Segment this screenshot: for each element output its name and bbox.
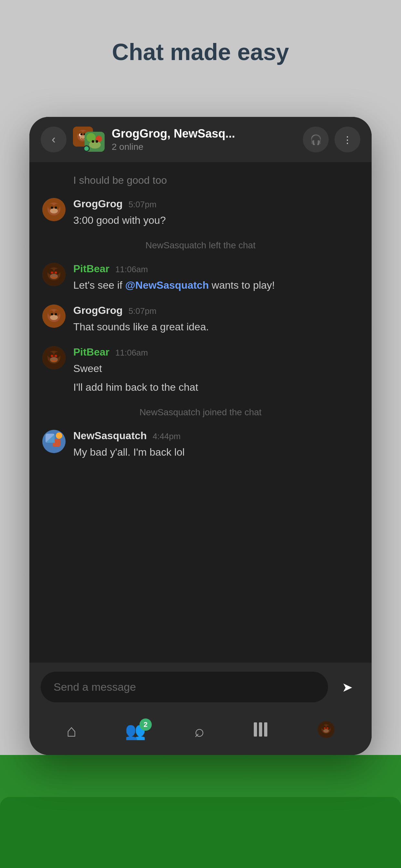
avatar-pitbear <box>42 346 66 369</box>
svg-point-56 <box>324 727 326 729</box>
background-grass <box>0 797 401 868</box>
message-text: 3:00 good with you? <box>73 213 359 228</box>
message-text-2: I'll add him back to the chat <box>73 379 359 395</box>
phone-frame: ‹ <box>29 117 372 755</box>
svg-rect-50 <box>264 722 267 737</box>
library-icon <box>252 721 269 740</box>
bottom-nav: ⌂ 2 👥 ⌕ <box>29 711 372 755</box>
message-time: 5:07pm <box>128 306 157 316</box>
avatar-groggrog <box>42 198 66 221</box>
message-text: Let's see if @NewSasquatch wants to play… <box>73 277 359 293</box>
svg-point-7 <box>81 133 82 135</box>
headset-button[interactable]: 🎧 <box>303 127 329 152</box>
avatar-newsasquatch <box>42 430 66 453</box>
group-avatar <box>73 127 105 152</box>
chat-status: 2 online <box>112 142 297 152</box>
back-button[interactable]: ‹ <box>41 127 66 152</box>
svg-point-53 <box>321 725 326 730</box>
message-header: PitBear 11:06am <box>73 346 359 358</box>
nav-library[interactable] <box>252 721 269 740</box>
back-icon: ‹ <box>52 133 56 146</box>
svg-point-47 <box>56 432 62 439</box>
sender-name: NewSasquatch <box>73 430 147 442</box>
svg-point-54 <box>327 725 331 730</box>
message-row: GrogGrog 5:07pm 3:00 good with you? <box>29 192 372 234</box>
profile-icon <box>318 721 335 740</box>
system-text-2: NewSasquatch joined the chat <box>140 407 261 417</box>
sender-name: GrogGrog <box>73 305 123 316</box>
svg-point-14 <box>96 140 98 143</box>
system-text: NewSasquatch left the chat <box>146 240 256 250</box>
svg-point-19 <box>50 208 58 213</box>
message-header: GrogGrog 5:07pm <box>73 305 359 316</box>
message-input-container[interactable]: Send a message <box>41 672 328 702</box>
send-icon: ➤ <box>342 680 353 694</box>
svg-rect-49 <box>259 722 262 737</box>
svg-point-38 <box>48 352 54 358</box>
svg-point-42 <box>55 355 57 357</box>
mention: @NewSasquatch <box>125 279 209 291</box>
send-button[interactable]: ➤ <box>335 674 360 700</box>
nav-profile[interactable] <box>318 721 335 740</box>
svg-rect-48 <box>254 722 257 737</box>
svg-point-28 <box>55 272 57 274</box>
system-message: NewSasquatch left the chat <box>29 234 372 257</box>
partial-message: I should be good too <box>29 168 372 192</box>
message-time: 4:44pm <box>153 431 181 441</box>
message-time: 11:06am <box>115 348 148 358</box>
system-message-2: NewSasquatch joined the chat <box>29 401 372 424</box>
sender-name: PitBear <box>73 263 110 275</box>
message-row: PitBear 11:06am Let's see if @NewSasquat… <box>29 257 372 299</box>
svg-point-55 <box>323 729 329 733</box>
nav-search[interactable]: ⌕ <box>194 722 204 739</box>
more-icon: ⋮ <box>343 134 352 145</box>
chat-name: GrogGrog, NewSasq... <box>112 127 297 141</box>
svg-point-33 <box>50 315 58 320</box>
chat-header: ‹ <box>29 117 372 162</box>
online-indicator <box>83 145 90 152</box>
svg-point-12 <box>89 141 101 149</box>
svg-point-21 <box>55 207 57 209</box>
message-header: GrogGrog 5:07pm <box>73 198 359 210</box>
home-icon: ⌂ <box>66 722 76 739</box>
page-title: Chat made easy <box>112 39 289 65</box>
message-content: PitBear 11:06am Sweet I'll add him back … <box>73 346 359 395</box>
svg-point-27 <box>51 272 53 274</box>
message-placeholder: Send a message <box>54 681 136 693</box>
message-text: That sounds like a great idea. <box>73 319 359 335</box>
svg-point-20 <box>51 207 53 209</box>
messages-area: I should be good too GrogGrog 5:07pm <box>29 162 372 662</box>
chat-info: GrogGrog, NewSasq... 2 online <box>112 127 297 152</box>
more-button[interactable]: ⋮ <box>335 127 360 152</box>
message-time: 5:07pm <box>128 199 157 210</box>
header-actions: 🎧 ⋮ <box>303 127 360 152</box>
svg-point-57 <box>327 727 328 729</box>
friends-badge: 2 <box>140 718 152 731</box>
sender-name: GrogGrog <box>73 198 123 210</box>
message-header: NewSasquatch 4:44pm <box>73 430 359 442</box>
message-header: PitBear 11:06am <box>73 263 359 275</box>
svg-point-34 <box>51 313 53 315</box>
message-content: GrogGrog 5:07pm That sounds like a great… <box>73 305 359 335</box>
message-time: 11:06am <box>115 265 148 275</box>
message-content: GrogGrog 5:07pm 3:00 good with you? <box>73 198 359 228</box>
message-row: NewSasquatch 4:44pm My bad y'all. I'm ba… <box>29 424 372 466</box>
svg-point-41 <box>51 355 53 357</box>
headset-icon: 🎧 <box>310 134 322 145</box>
input-area: Send a message ➤ <box>29 662 372 711</box>
message-text: Sweet <box>73 361 359 376</box>
svg-point-35 <box>55 313 57 315</box>
message-row: PitBear 11:06am Sweet I'll add him back … <box>29 340 372 401</box>
avatar-groggrog <box>42 305 66 328</box>
nav-home[interactable]: ⌂ <box>66 722 76 739</box>
nav-friends[interactable]: 2 👥 <box>125 722 146 739</box>
svg-point-24 <box>48 269 54 275</box>
svg-point-13 <box>92 140 94 143</box>
message-text: My bad y'all. I'm back lol <box>73 444 359 460</box>
message-content: NewSasquatch 4:44pm My bad y'all. I'm ba… <box>73 430 359 460</box>
svg-point-39 <box>54 352 60 358</box>
avatar-pitbear <box>42 263 66 286</box>
sender-name: PitBear <box>73 346 110 358</box>
message-content: PitBear 11:06am Let's see if @NewSasquat… <box>73 263 359 293</box>
svg-point-10 <box>87 133 96 142</box>
